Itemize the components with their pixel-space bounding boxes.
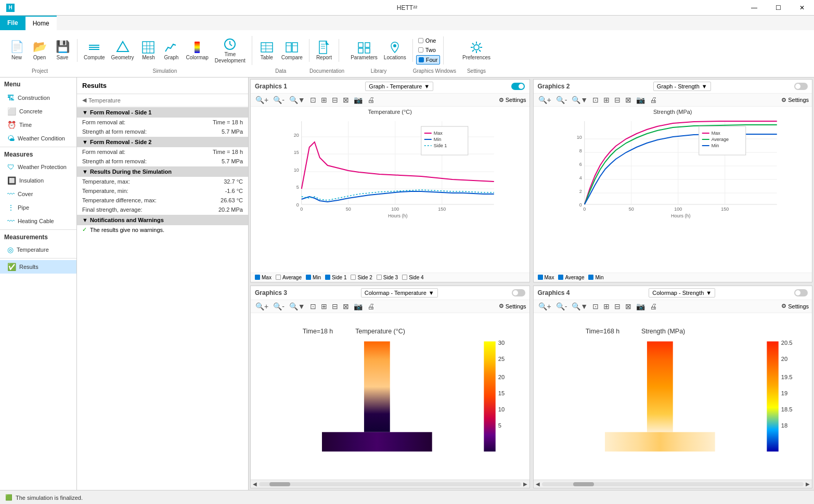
preferences-button[interactable]: Preferences <box>459 39 494 62</box>
minimize-button[interactable]: — <box>742 0 766 16</box>
colormap-button[interactable]: Colormap <box>183 39 211 62</box>
maximize-button[interactable]: ☐ <box>766 0 790 16</box>
g3-fit[interactable]: ⊡ <box>308 302 318 311</box>
g4-zoom-in[interactable]: 🔍+ <box>537 302 553 311</box>
sidebar-item-heating-cable[interactable]: 〰 Heating Cable <box>0 214 76 228</box>
g2-avg-cb[interactable]: Average <box>558 275 584 280</box>
g2-grid3[interactable]: ⊠ <box>624 95 633 105</box>
g4-grid1[interactable]: ⊞ <box>602 302 611 311</box>
table-button[interactable]: Table <box>255 39 278 62</box>
g3-zoom-dd[interactable]: 🔍▼ <box>288 302 307 311</box>
g1-side3-cb[interactable]: Side 3 <box>377 275 398 280</box>
g4-grid2[interactable]: ⊟ <box>613 302 622 311</box>
sidebar-item-time[interactable]: ⏰ Time <box>0 118 76 132</box>
zoom-in-tool[interactable]: 🔍+ <box>254 95 270 105</box>
g2-zoom-in[interactable]: 🔍+ <box>537 95 553 105</box>
g2-zoom-out[interactable]: 🔍- <box>554 95 569 105</box>
two-window-option[interactable]: Two <box>416 46 441 54</box>
g4-scroll-right[interactable]: ▶ <box>806 481 810 487</box>
g3-scrollbar-thumb[interactable] <box>269 482 290 486</box>
locations-button[interactable]: Locations <box>381 39 409 62</box>
g2-zoom-dd[interactable]: 🔍▼ <box>570 95 589 105</box>
g4-fit[interactable]: ⊡ <box>591 302 600 311</box>
one-window-option[interactable]: One <box>416 36 441 45</box>
graphics-3-toggle[interactable] <box>512 289 525 296</box>
sidebar-item-concrete[interactable]: ⬜ Concrete <box>0 105 76 118</box>
compare-button[interactable]: Compare <box>278 39 306 62</box>
graphics-4-toggle[interactable] <box>794 289 808 296</box>
g1-avg-cb[interactable]: Average <box>276 275 302 280</box>
g4-grid3[interactable]: ⊠ <box>624 302 633 311</box>
g4-settings[interactable]: ⚙ Settings <box>781 303 809 309</box>
g3-zoom-out[interactable]: 🔍- <box>272 302 286 311</box>
compute-button[interactable]: Compute <box>81 39 108 62</box>
form-removal-side2-header[interactable]: ▼ Form Removal - Side 2 <box>77 137 248 147</box>
g4-scrollbar-track[interactable] <box>542 482 804 486</box>
g3-print[interactable]: 🖨 <box>366 302 376 311</box>
zoom-out-tool[interactable]: 🔍- <box>272 95 286 105</box>
g2-print[interactable]: 🖨 <box>648 95 658 105</box>
print-tool[interactable]: 🖨 <box>366 95 376 105</box>
g2-fit[interactable]: ⊡ <box>591 95 600 105</box>
results-simulation-header[interactable]: ▼ Results During the Simulation <box>77 166 248 177</box>
g3-grid1[interactable]: ⊞ <box>319 302 329 311</box>
sidebar-item-weather-protection[interactable]: 🛡 Weather Protection <box>0 160 76 174</box>
file-tab[interactable]: File <box>0 16 25 30</box>
g1-side4-cb[interactable]: Side 4 <box>402 275 423 280</box>
graphics-2-toggle[interactable] <box>794 83 808 90</box>
sidebar-item-pipe[interactable]: ⋮ Pipe <box>0 201 76 214</box>
g2-grid2[interactable]: ⊟ <box>613 95 622 105</box>
sidebar-item-cover[interactable]: 〰 Cover <box>0 187 76 201</box>
graph-button[interactable]: Graph <box>160 39 183 62</box>
new-button[interactable]: 📄 New <box>5 39 28 62</box>
g4-print[interactable]: 🖨 <box>648 302 658 311</box>
mesh-button[interactable]: Mesh <box>137 39 160 62</box>
g2-min-cb[interactable]: Min <box>588 275 603 280</box>
g1-min-cb[interactable]: Min <box>306 275 321 280</box>
parameters-button[interactable]: Parameters <box>347 39 381 62</box>
sidebar-item-weather-condition[interactable]: 🌤 Weather Condition <box>0 132 76 145</box>
graphics-1-toggle[interactable] <box>511 83 525 90</box>
sidebar-item-temperature[interactable]: ◎ Temperature <box>0 243 76 256</box>
sidebar-item-results[interactable]: ✅ Results <box>0 260 76 274</box>
graphics-3-dropdown[interactable]: Colormap - Temperature ▼ <box>361 288 438 298</box>
zoom-dropdown[interactable]: 🔍▼ <box>288 95 307 105</box>
graphics-2-dropdown[interactable]: Graph - Strength ▼ <box>653 82 711 91</box>
four-window-option[interactable]: Four <box>416 55 441 64</box>
close-button[interactable]: ✕ <box>790 0 814 16</box>
fit-tool[interactable]: ⊡ <box>308 95 318 105</box>
g2-max-cb[interactable]: Max <box>538 275 554 280</box>
form-removal-side1-header[interactable]: ▼ Form Removal - Side 1 <box>77 107 248 118</box>
open-button[interactable]: 📂 Open <box>28 39 51 62</box>
g3-scroll-left[interactable]: ◀ <box>253 481 257 487</box>
g3-camera[interactable]: 📷 <box>352 302 364 311</box>
g3-settings[interactable]: ⚙ Settings <box>499 303 526 309</box>
grid-tool-1[interactable]: ⊞ <box>319 95 329 105</box>
camera-tool[interactable]: 📷 <box>352 95 364 105</box>
g3-scrollbar-track[interactable] <box>259 482 521 486</box>
sidebar-item-insulation[interactable]: 🔲 Insulation <box>0 174 76 187</box>
graphics-4-dropdown[interactable]: Colormap - Strength ▼ <box>649 288 715 298</box>
g3-grid2[interactable]: ⊟ <box>330 302 340 311</box>
g4-scroll-left[interactable]: ◀ <box>536 481 540 487</box>
notifications-header[interactable]: ▼ Notifications and Warnings <box>77 215 248 225</box>
back-arrow[interactable]: ◀ <box>82 97 86 104</box>
grid-tool-2[interactable]: ⊟ <box>330 95 340 105</box>
save-button[interactable]: 💾 Save <box>51 39 74 62</box>
g1-side1-cb[interactable]: Side 1 <box>325 275 346 280</box>
g2-settings[interactable]: ⚙ Settings <box>781 97 809 104</box>
g4-zoom-out[interactable]: 🔍- <box>554 302 569 311</box>
g4-camera[interactable]: 📷 <box>635 302 647 311</box>
time-development-button[interactable]: TimeDevelopment <box>212 36 249 65</box>
g3-zoom-in[interactable]: 🔍+ <box>254 302 270 311</box>
settings-tool[interactable]: ⚙ Settings <box>499 97 526 104</box>
g3-scroll-right[interactable]: ▶ <box>523 481 527 487</box>
g4-zoom-dd[interactable]: 🔍▼ <box>570 302 589 311</box>
grid-tool-3[interactable]: ⊠ <box>341 95 351 105</box>
graphics-1-dropdown[interactable]: Graph - Temperature ▼ <box>365 82 433 91</box>
g2-camera[interactable]: 📷 <box>635 95 647 105</box>
home-tab[interactable]: Home <box>25 16 57 30</box>
report-button[interactable]: Report <box>313 39 335 62</box>
g1-max-cb[interactable]: Max <box>255 275 272 280</box>
g1-side2-cb[interactable]: Side 2 <box>351 275 372 280</box>
